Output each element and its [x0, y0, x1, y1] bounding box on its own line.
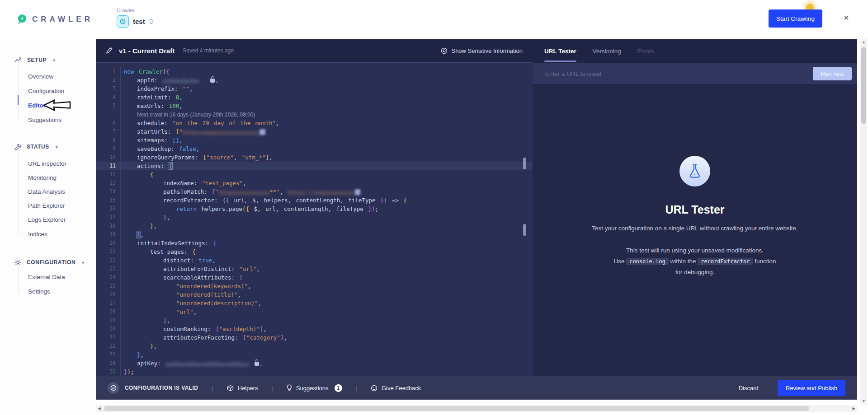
- code-line[interactable]: 9saveBackup: false,: [96, 145, 533, 153]
- section-label: CONFIGURATION: [27, 259, 75, 266]
- sidebar-item-suggestions[interactable]: Suggestions: [28, 114, 61, 125]
- sidebar-section-configuration[interactable]: CONFIGURATION ▾: [14, 257, 85, 268]
- code-line[interactable]: 24searchableAttributes: [: [96, 273, 533, 282]
- sidebar-item-data-analysis[interactable]: Data Analysis: [28, 186, 65, 197]
- code-line[interactable]: 13indexName: "test_pages",: [96, 179, 533, 187]
- line-number: 27: [96, 299, 121, 308]
- app-switcher-chevrons-icon[interactable]: [149, 19, 153, 24]
- sidebar-item-logs-explorer[interactable]: Logs Explorer: [28, 214, 66, 225]
- code-line[interactable]: 23attributeForDistinct: "url",: [96, 265, 533, 273]
- code-line[interactable]: 19],: [96, 230, 533, 239]
- code-line[interactable]: 27"unordered(description)",: [96, 299, 533, 308]
- sidebar-item-indices[interactable]: Indices: [28, 228, 47, 239]
- code-line[interactable]: 18},: [96, 222, 533, 230]
- close-icon[interactable]: ✕: [840, 11, 853, 24]
- sidebar-section-setup[interactable]: SETUP ▾: [14, 55, 56, 65]
- app-picker[interactable]: Crawler test: [117, 8, 153, 28]
- code-editor[interactable]: 1new Crawler({2appId: xxXXXxOxXXx ,3inde…: [96, 63, 533, 376]
- code-line[interactable]: 33},: [96, 350, 533, 359]
- suggestions-button[interactable]: Suggestions 1: [287, 384, 342, 392]
- show-sensitive-toggle[interactable]: Show Sensitive Information: [441, 47, 523, 54]
- code-lines: 1new Crawler({2appId: xxXXXxOxXXx ,3inde…: [96, 67, 533, 376]
- app-name: test: [133, 18, 145, 25]
- code-line[interactable]: 26"unordered(title)",: [96, 290, 533, 299]
- code-line[interactable]: 2appId: xxXXXxOxXXx ,: [96, 76, 533, 84]
- code-line[interactable]: 11actions: [: [96, 162, 533, 170]
- line-number: 20: [96, 239, 121, 247]
- code-line[interactable]: 5maxUrls: 100,: [96, 102, 533, 110]
- tab-versioning[interactable]: Versioning: [593, 39, 621, 63]
- scroll-left-arrow-icon[interactable]: ◀: [96, 405, 103, 412]
- code-line[interactable]: 7startUrls: ["httpsxxwwwxxxxxxxxxxxxxxco…: [96, 127, 533, 136]
- flask-icon: [688, 163, 702, 179]
- scroll-right-arrow-icon[interactable]: ▶: [850, 405, 857, 412]
- url-input[interactable]: [544, 70, 813, 78]
- tab-url-tester[interactable]: URL Tester: [544, 39, 576, 63]
- code-line[interactable]: 25"unordered(keywords)",: [96, 282, 533, 290]
- wrench-icon: [14, 144, 21, 150]
- pencil-icon[interactable]: [106, 47, 113, 54]
- code-line[interactable]: 16return helpers.page({ $, url, contentL…: [96, 205, 533, 213]
- sidebar-item-monitoring[interactable]: Monitoring: [28, 172, 57, 183]
- code-line[interactable]: 10ignoreQueryParams: ["source", "utm_*"]…: [96, 153, 533, 162]
- sidebar-section-status[interactable]: STATUS ▾: [14, 141, 58, 152]
- suggestions-count-badge: 1: [335, 384, 342, 392]
- code-line[interactable]: 3indexPrefix: "",: [96, 84, 533, 93]
- vertical-scrollbar[interactable]: ▲ ▼: [860, 39, 867, 405]
- code-line[interactable]: 4rateLimit: 8,: [96, 93, 533, 102]
- editor-scrollbar-marker[interactable]: [523, 224, 526, 236]
- editor-scrollbar-marker[interactable]: [523, 158, 526, 169]
- code-line[interactable]: 21test_pages: {: [96, 247, 533, 256]
- scroll-down-arrow-icon[interactable]: ▼: [860, 398, 867, 405]
- code-line[interactable]: 1new Crawler({: [96, 67, 533, 76]
- logo-pin-icon: [17, 14, 27, 25]
- code-line[interactable]: 15recordExtractor: ({ url, $, helpers, c…: [96, 196, 533, 205]
- package-icon: [227, 385, 234, 392]
- sidebar-item-url-inspector[interactable]: URL inspector: [28, 158, 66, 169]
- sidebar-item-configuration[interactable]: Configuration: [28, 85, 64, 96]
- code-line[interactable]: 22distinct: true,: [96, 256, 533, 265]
- code-line[interactable]: 6schedule: "on the 29 day of the month",: [96, 119, 533, 127]
- chevron-down-icon: ▾: [56, 145, 58, 149]
- give-feedback-button[interactable]: Give Feedback: [371, 385, 421, 392]
- sidebar-item-path-explorer[interactable]: Path Explorer: [28, 200, 65, 211]
- separator: |: [212, 385, 213, 392]
- sidebar: SETUP ▾ Overview Configuration Editor Su…: [0, 39, 96, 415]
- code-line[interactable]: 29],: [96, 316, 533, 325]
- code-line[interactable]: 28"url",: [96, 308, 533, 316]
- review-publish-button[interactable]: Review and Publish: [778, 380, 845, 396]
- line-number: 22: [96, 256, 121, 265]
- code-line[interactable]: 14pathsToMatch: ["httpsxxxxxxxxxxxxxx**"…: [96, 187, 533, 196]
- code-line[interactable]: 32},: [96, 342, 533, 350]
- helpers-button[interactable]: Helpers: [227, 385, 258, 392]
- code-line[interactable]: 8sitemaps: [],: [96, 136, 533, 145]
- tester-description: Test your configuration on a single URL …: [589, 224, 801, 233]
- line-number: 28: [96, 308, 121, 316]
- code-line[interactable]: 31attributesForFaceting: ["category"],: [96, 333, 533, 342]
- tab-errors[interactable]: Errors: [637, 39, 654, 63]
- sidebar-item-settings[interactable]: Settings: [28, 286, 50, 297]
- inline-code-chip: recordExtractor: [698, 258, 753, 265]
- feedback-label: Give Feedback: [382, 385, 421, 392]
- code-line[interactable]: 12{: [96, 170, 533, 179]
- tester-tabs: URL Tester Versioning Errors: [533, 39, 857, 63]
- start-crawling-button[interactable]: Start Crawling: [769, 9, 822, 28]
- horizontal-scrollbar-thumb[interactable]: [104, 406, 809, 411]
- gear-icon: [14, 259, 21, 266]
- line-number: 26: [96, 290, 121, 299]
- code-line[interactable]: 20initialIndexSettings: {: [96, 239, 533, 247]
- vertical-scrollbar-thumb[interactable]: [861, 47, 866, 124]
- code-line[interactable]: 30customRanking: ["asc(depth)"],: [96, 325, 533, 333]
- code-line[interactable]: 35});: [96, 368, 533, 376]
- sidebar-item-external-data[interactable]: External Data: [28, 271, 65, 282]
- code-line[interactable]: 34apiKey: xxXXxxXXXxxxXXXXxxxXXXxxx ,: [96, 359, 533, 368]
- scroll-up-arrow-icon[interactable]: ▲: [860, 39, 867, 46]
- top-header: CRAWLER Crawler test Start Crawling ✕: [0, 0, 868, 39]
- code-hint-line[interactable]: Next crawl in 16 days (January 29th 2026…: [96, 110, 533, 119]
- horizontal-scrollbar[interactable]: ◀ ▶: [96, 405, 857, 412]
- discard-button[interactable]: Discard: [736, 384, 761, 392]
- line-number: 15: [96, 196, 121, 205]
- sidebar-item-overview[interactable]: Overview: [28, 71, 53, 82]
- code-line[interactable]: 17},: [96, 213, 533, 222]
- run-test-button[interactable]: Run Test: [813, 67, 852, 80]
